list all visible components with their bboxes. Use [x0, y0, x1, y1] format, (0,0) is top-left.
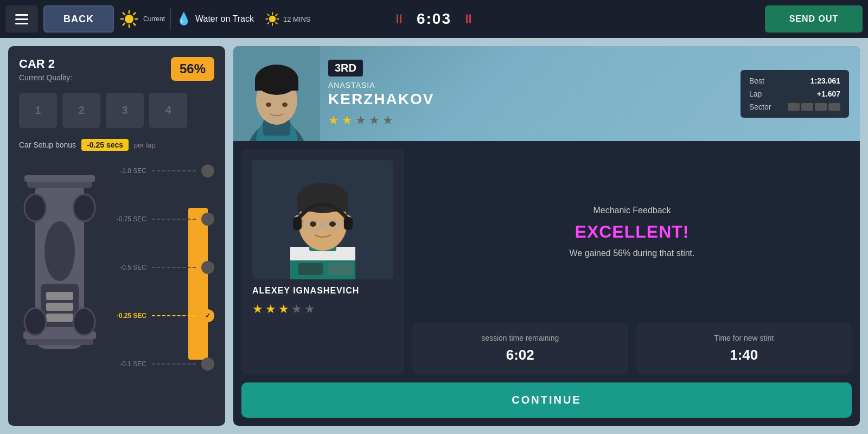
slider-label-1: -1.0 SEC — [108, 167, 146, 175]
svg-line-15 — [276, 22, 278, 24]
driver-portrait — [233, 46, 320, 141]
session-time-card: session time remaining 6:02 — [412, 323, 628, 374]
slider-label-active: -0.25 SEC — [108, 312, 146, 320]
svg-rect-46 — [328, 263, 353, 275]
driver-star-1: ★ — [328, 113, 339, 127]
svg-line-14 — [267, 14, 270, 16]
slider-dot-5 — [201, 358, 214, 371]
tyre-slot-2[interactable]: 2 — [62, 93, 100, 128]
driver-lastname: KERZHAKOV — [328, 91, 434, 108]
mins-section: 12 MINS — [265, 11, 311, 27]
slider-line-active — [152, 315, 196, 316]
feedback-description: We gained 56% during that stint. — [570, 248, 695, 258]
back-button[interactable]: BACK — [43, 5, 114, 33]
slider-dot-3 — [201, 261, 214, 274]
driver-star-3: ★ — [355, 113, 366, 127]
stint-time-value: 1:40 — [730, 347, 758, 363]
svg-line-16 — [276, 14, 278, 16]
slider-line-5 — [152, 363, 196, 365]
svg-line-8 — [123, 23, 125, 26]
menu-button[interactable] — [5, 5, 38, 33]
slider-bar — [188, 208, 208, 360]
tyre-slots: 1 2 3 4 — [19, 93, 214, 128]
svg-line-7 — [133, 12, 136, 15]
svg-point-29 — [73, 194, 95, 221]
timing-lap-row: Lap +1.607 — [749, 90, 840, 98]
slider-label-5: -0.1 SEC — [108, 360, 146, 368]
send-out-button[interactable]: SEND OUT — [765, 5, 863, 33]
slider-dot-1 — [201, 164, 214, 177]
sector-block-3 — [815, 103, 827, 111]
mechanic-stars: ★ ★ ★ ★ ★ — [252, 302, 393, 316]
svg-rect-20 — [24, 175, 95, 182]
slider-row-1[interactable]: -1.0 SEC — [108, 164, 214, 177]
tyre-slot-1[interactable]: 1 — [19, 93, 57, 128]
topbar: BACK Current 💧 Water on Track — [0, 0, 868, 38]
svg-point-39 — [266, 103, 271, 107]
right-panel: 3RD ANASTASIA KERZHAKOV ★ ★ ★ ★ ★ Best 1… — [233, 46, 860, 426]
mech-star-4: ★ — [291, 302, 302, 316]
svg-rect-45 — [298, 263, 323, 275]
feedback-title: Mechanic Feedback — [593, 206, 671, 215]
slider-row-2[interactable]: -0.75 SEC — [108, 213, 214, 226]
timing-lap-value: +1.607 — [817, 90, 840, 98]
timer-display: 6:03 — [417, 10, 451, 28]
driver-stars: ★ ★ ★ ★ ★ — [328, 113, 434, 127]
feedback-title-area: Mechanic Feedback EXCELLENT! We gained 5… — [412, 149, 852, 315]
svg-rect-25 — [46, 292, 73, 300]
mechanic-card: ALEXEY IGNASHEVICH ★ ★ ★ ★ ★ — [241, 149, 404, 374]
svg-point-40 — [282, 103, 288, 107]
driver-star-5: ★ — [382, 113, 393, 127]
timing-sector-label: Sector — [749, 103, 771, 111]
stint-time-card: Time for new stint 1:40 — [636, 323, 852, 374]
svg-point-30 — [24, 308, 46, 335]
driver-star-4: ★ — [369, 113, 380, 127]
per-lap-label: per lap — [134, 141, 156, 149]
session-time-label: session time remaining — [481, 334, 559, 342]
weather-mins-label: 12 MINS — [283, 15, 311, 23]
tyre-slot-4[interactable]: 4 — [149, 93, 187, 128]
main-content: CAR 2 Current Quality: 56% 1 2 3 4 Car S… — [0, 38, 868, 434]
slider-line-2 — [152, 219, 196, 220]
setup-area: -1.0 SEC -0.75 SEC -0.5 SEC -0.25 SEC — [19, 159, 214, 376]
slider-row-5[interactable]: -0.1 SEC — [108, 358, 214, 371]
driver-firstname: ANASTASIA — [328, 81, 434, 90]
slider-line-1 — [152, 170, 196, 171]
mechanic-portrait — [252, 160, 393, 279]
stint-time-label: Time for new stint — [714, 334, 774, 342]
slider-row-active[interactable]: -0.25 SEC — [108, 309, 214, 322]
svg-rect-61 — [344, 217, 353, 230]
pause-left-icon: ⏸ — [393, 11, 406, 27]
svg-point-9 — [269, 16, 276, 22]
pause-right-icon: ⏸ — [462, 11, 475, 27]
sector-block-1 — [788, 103, 800, 111]
water-on-track-section: 💧 Water on Track — [176, 12, 254, 26]
setup-bonus-row: Car Setup bonus -0.25 secs per lap — [19, 139, 214, 151]
mech-star-3: ★ — [278, 302, 289, 316]
water-icon: 💧 — [176, 12, 191, 26]
continue-button[interactable]: CONTINUE — [241, 382, 852, 418]
slider-row-3[interactable]: -0.5 SEC — [108, 261, 214, 274]
svg-line-5 — [123, 12, 125, 15]
water-on-track-label: Water on Track — [195, 14, 254, 24]
svg-point-23 — [44, 221, 75, 281]
feedback-right: Mechanic Feedback EXCELLENT! We gained 5… — [412, 149, 852, 374]
svg-rect-27 — [46, 314, 73, 322]
quality-label: Current Quality: — [19, 73, 72, 82]
feedback-rating: EXCELLENT! — [575, 222, 690, 242]
slider-dot-2 — [201, 213, 214, 226]
svg-point-53 — [310, 221, 316, 227]
slider-dot-active — [201, 309, 214, 322]
setup-bonus-label: Car Setup bonus — [19, 141, 76, 149]
tyre-slot-3[interactable]: 3 — [106, 93, 144, 128]
position-badge: 3RD — [328, 60, 363, 76]
svg-point-54 — [329, 221, 336, 227]
slider-label-3: -0.5 SEC — [108, 264, 146, 271]
timing-best-value: 1:23.061 — [810, 76, 840, 85]
slider-label-2: -0.75 SEC — [108, 215, 146, 223]
session-time-value: 6:02 — [506, 347, 534, 363]
car-title: CAR 2 — [19, 57, 72, 71]
driver-star-2: ★ — [342, 113, 353, 127]
timing-sector-row: Sector — [749, 103, 840, 111]
continue-btn-wrap: CONTINUE — [233, 382, 860, 426]
